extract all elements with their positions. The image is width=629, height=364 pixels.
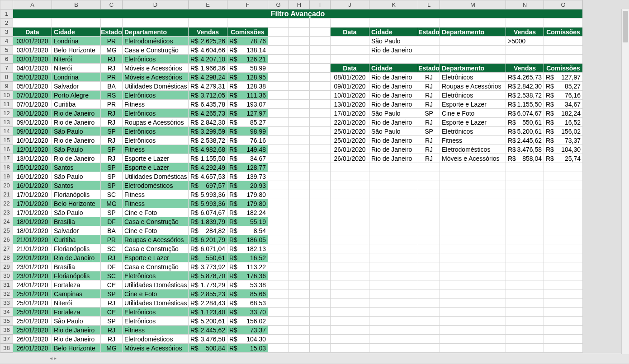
cell[interactable] bbox=[440, 299, 506, 308]
row-header-26[interactable]: 26 bbox=[0, 235, 13, 244]
cell[interactable] bbox=[310, 100, 331, 109]
row-header-22[interactable]: 22 bbox=[0, 199, 13, 208]
cell[interactable] bbox=[289, 226, 310, 235]
cell[interactable] bbox=[369, 271, 418, 280]
cell[interactable] bbox=[310, 253, 331, 262]
cell[interactable] bbox=[418, 308, 440, 317]
cell[interactable] bbox=[310, 91, 331, 100]
cell[interactable] bbox=[331, 235, 369, 244]
cell[interactable] bbox=[440, 344, 506, 353]
cell[interactable] bbox=[544, 226, 583, 235]
row-header-13[interactable]: 13 bbox=[0, 118, 13, 127]
cell[interactable] bbox=[544, 190, 583, 199]
cell[interactable] bbox=[369, 344, 418, 353]
cell[interactable] bbox=[289, 163, 310, 172]
cell[interactable] bbox=[268, 208, 289, 217]
cell[interactable] bbox=[544, 335, 583, 344]
cell[interactable] bbox=[544, 280, 583, 289]
cell[interactable] bbox=[310, 217, 331, 226]
cell[interactable] bbox=[331, 244, 369, 253]
cell[interactable] bbox=[268, 244, 289, 253]
cell[interactable] bbox=[418, 280, 440, 289]
cell[interactable] bbox=[101, 19, 123, 28]
row-header-11[interactable]: 11 bbox=[0, 100, 13, 109]
cell[interactable] bbox=[331, 299, 369, 308]
cell[interactable] bbox=[369, 208, 418, 217]
col-header-C[interactable]: C bbox=[101, 0, 123, 9]
row-header-35[interactable]: 35 bbox=[0, 317, 13, 326]
cell[interactable] bbox=[418, 326, 440, 335]
cell[interactable] bbox=[289, 109, 310, 118]
cell[interactable] bbox=[289, 208, 310, 217]
cell[interactable] bbox=[440, 172, 506, 181]
cell[interactable] bbox=[369, 289, 418, 299]
cell[interactable] bbox=[544, 326, 583, 335]
cell[interactable] bbox=[331, 317, 369, 326]
row-header-8[interactable]: 8 bbox=[0, 73, 13, 82]
row-header-18[interactable]: 18 bbox=[0, 163, 13, 172]
cell[interactable] bbox=[310, 28, 331, 37]
cell[interactable] bbox=[268, 181, 289, 190]
cell[interactable] bbox=[268, 127, 289, 136]
row-header-5[interactable]: 5 bbox=[0, 46, 13, 55]
cell[interactable] bbox=[289, 154, 310, 163]
row-header-17[interactable]: 17 bbox=[0, 154, 13, 163]
cell[interactable] bbox=[331, 217, 369, 226]
cell[interactable] bbox=[418, 271, 440, 280]
cell[interactable] bbox=[369, 172, 418, 181]
cell[interactable] bbox=[418, 46, 440, 55]
cell[interactable] bbox=[289, 344, 310, 353]
cell[interactable] bbox=[331, 208, 369, 217]
cell[interactable] bbox=[331, 172, 369, 181]
row-header-19[interactable]: 19 bbox=[0, 172, 13, 181]
cell[interactable] bbox=[331, 262, 369, 271]
col-header-G[interactable]: G bbox=[268, 0, 289, 9]
col-header-K[interactable]: K bbox=[369, 0, 418, 9]
cell[interactable] bbox=[369, 280, 418, 289]
cell[interactable] bbox=[289, 55, 310, 64]
cell[interactable] bbox=[369, 317, 418, 326]
row-header-23[interactable]: 23 bbox=[0, 208, 13, 217]
cell[interactable] bbox=[418, 235, 440, 244]
cell[interactable] bbox=[506, 253, 544, 262]
cell[interactable] bbox=[268, 46, 289, 55]
cell[interactable] bbox=[331, 163, 369, 172]
cell[interactable] bbox=[369, 335, 418, 344]
cell[interactable] bbox=[440, 55, 506, 64]
cell[interactable] bbox=[418, 217, 440, 226]
cell[interactable] bbox=[268, 91, 289, 100]
cell[interactable] bbox=[310, 262, 331, 271]
cell[interactable] bbox=[440, 19, 506, 28]
cell[interactable] bbox=[369, 190, 418, 199]
spreadsheet-grid[interactable]: ABCDEFGHIJKLMNO1Filtro Avançado23DataCid… bbox=[0, 0, 583, 353]
cell[interactable] bbox=[369, 55, 418, 64]
cell[interactable] bbox=[440, 163, 506, 172]
cell[interactable] bbox=[268, 172, 289, 181]
cell[interactable] bbox=[331, 46, 369, 55]
row-header-36[interactable]: 36 bbox=[0, 326, 13, 335]
cell[interactable] bbox=[268, 299, 289, 308]
cell[interactable] bbox=[440, 326, 506, 335]
col-header-L[interactable]: L bbox=[418, 0, 440, 9]
row-header-24[interactable]: 24 bbox=[0, 217, 13, 226]
cell[interactable] bbox=[289, 37, 310, 46]
cell[interactable] bbox=[310, 244, 331, 253]
cell[interactable] bbox=[544, 19, 583, 28]
cell[interactable] bbox=[440, 199, 506, 208]
cell[interactable] bbox=[289, 235, 310, 244]
cell[interactable] bbox=[310, 280, 331, 289]
cell[interactable] bbox=[268, 163, 289, 172]
cell[interactable] bbox=[440, 208, 506, 217]
cell[interactable] bbox=[506, 163, 544, 172]
cell[interactable] bbox=[440, 181, 506, 190]
cell[interactable] bbox=[310, 190, 331, 199]
cell[interactable] bbox=[331, 308, 369, 317]
row-header-34[interactable]: 34 bbox=[0, 308, 13, 317]
cell[interactable] bbox=[289, 181, 310, 190]
cell[interactable] bbox=[506, 289, 544, 299]
cell[interactable] bbox=[544, 317, 583, 326]
cell[interactable] bbox=[310, 271, 331, 280]
cell[interactable] bbox=[544, 262, 583, 271]
row-header-21[interactable]: 21 bbox=[0, 190, 13, 199]
select-all-corner[interactable] bbox=[0, 0, 13, 9]
